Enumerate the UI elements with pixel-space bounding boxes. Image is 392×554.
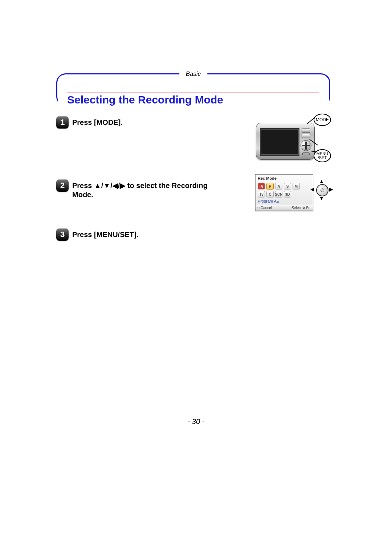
camera-lcd <box>260 128 299 156</box>
page-title: Selecting the Recording Mode <box>67 94 223 106</box>
rec-mode-title: Rec Mode <box>256 175 313 182</box>
step-badge: 3 <box>56 228 69 241</box>
label-mode: MODE <box>314 114 331 126</box>
section-tab: Basic <box>179 70 208 78</box>
rec-mode-footer: ↩Cancel Select ✥ Set <box>256 205 313 211</box>
label-menu-set: MENU /SET <box>314 149 331 162</box>
step-text: Press [MENU/SET]. <box>72 228 138 239</box>
step-badge: 1 <box>56 116 69 129</box>
rec-mode-row1: iA P A S M <box>256 182 313 190</box>
camera-body <box>256 123 315 160</box>
section-header: Basic Selecting the Recording Mode <box>56 73 330 107</box>
dpad-indicator: ▲ ▼ ◀ ▶ <box>312 180 332 200</box>
rec-mode-screen: Rec Mode iA P A S M Tv C SCN 3D Program … <box>255 174 313 211</box>
manual-page: Basic Selecting the Recording Mode MODE … <box>56 73 330 248</box>
step-badge: 2 <box>56 179 69 192</box>
step-text: Press ▲/▼/◀/▶ to select the Recording Mo… <box>72 179 210 199</box>
camera-controls <box>301 127 311 155</box>
rec-mode-row2: Tv C SCN 3D <box>256 190 313 198</box>
page-number: - 30 - <box>0 417 392 426</box>
step-text: Press [MODE]. <box>72 116 123 127</box>
divider <box>67 93 319 93</box>
camera-diagram: MODE MENU /SET <box>256 114 330 167</box>
step-3: 3 Press [MENU/SET]. <box>56 228 330 241</box>
rec-mode-subtitle: Program AE <box>256 198 313 205</box>
